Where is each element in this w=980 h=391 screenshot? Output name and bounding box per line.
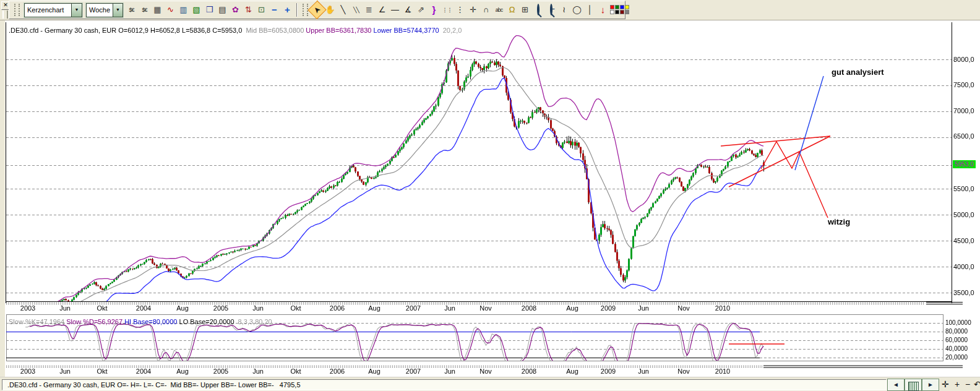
time-axis-label: Jun — [638, 304, 649, 312]
currency-scale-icon[interactable]: $€ — [138, 3, 151, 17]
time-axis-label: 2004 — [136, 304, 151, 312]
statistics-chart-icon[interactable]: ▥ — [177, 3, 190, 17]
horizontal-line-tool-icon[interactable]: — — [389, 3, 402, 17]
calculator-icon[interactable]: ⊞ — [518, 3, 531, 17]
print-icon[interactable]: ▤ — [216, 3, 229, 17]
time-axis-label: Nov — [677, 304, 690, 312]
time-axis-label: Jun — [252, 304, 264, 312]
time-axis-label: Jun — [444, 367, 455, 375]
ellipse-tool-icon[interactable]: ◯ — [570, 3, 583, 17]
color-grid-icon[interactable] — [609, 3, 622, 17]
title-segment: Slow %K=47,1964 — [9, 318, 66, 325]
last-price-tag: 5953,0 — [953, 160, 976, 168]
time-axis-label: Aug — [176, 367, 189, 375]
time-axis-label: Jun — [252, 367, 264, 375]
color-format-icon[interactable]: ✿ — [229, 3, 242, 17]
status-text: .DE30.cfd - Germany 30 cash, EUR O=- H=-… — [2, 379, 887, 390]
bar-spacing-button[interactable] — [905, 379, 922, 391]
stochastic-axis-label: 40,0000 — [945, 345, 968, 352]
fibonacci-tool-icon[interactable]: } — [428, 3, 441, 17]
time-axis-label: 2004 — [136, 367, 151, 375]
chart-type-dropdown[interactable]: Kerzenchart ▼ — [24, 3, 82, 17]
time-axis-label: 2003 — [20, 367, 35, 375]
title-segment: 8,3,3,80,20 — [236, 318, 272, 325]
toolbar: ✕ Kerzenchart ▼ Woche ▼ $€$€▦∿▥▧❒▤✿⇅⊡−+ … — [0, 0, 980, 20]
stochastic-axis-label: 100,0000 — [945, 319, 971, 326]
separator-tool-icon[interactable]: │ — [583, 3, 596, 17]
monitor-icon[interactable]: ⊡ — [255, 3, 268, 17]
undo-icon[interactable]: ↶ — [974, 379, 980, 390]
annotation-witzig[interactable]: witzig — [828, 217, 850, 226]
arc-tool-icon[interactable]: ∩ — [479, 3, 492, 17]
time-axis-label: Aug — [368, 367, 380, 375]
toolbar-grip[interactable] — [14, 4, 20, 16]
chevron-down-icon[interactable]: ▼ — [113, 4, 123, 17]
chevron-down-icon[interactable]: ▼ — [71, 4, 82, 17]
price-axis-label: 4500,0 — [953, 237, 974, 244]
time-axis-label: 2005 — [213, 304, 228, 312]
hand-tool-icon[interactable]: ✋ — [324, 3, 337, 17]
pointer-levels-tool-icon[interactable]: ⇗ — [415, 3, 428, 17]
chart-image-icon[interactable]: ▧ — [190, 3, 203, 17]
chart-alerts-icon[interactable]: ⇅ — [242, 3, 255, 17]
arrow-down-icon[interactable]: ↓ — [596, 3, 609, 17]
title-segment: .DE30.cfd - Germany 30 cash, EUR O=6012,… — [9, 27, 246, 34]
fan-lines-tool-icon[interactable]: ∠ — [376, 3, 389, 17]
price-axis-label: 6500,0 — [953, 132, 974, 140]
time-axis-label: Okt — [97, 304, 107, 312]
parallel-lines-tool-icon[interactable]: ╲╲ — [350, 3, 363, 17]
time-axis-label: 2006 — [330, 304, 345, 312]
status-bar: .DE30.cfd - Germany 30 cash, EUR O=- H=-… — [0, 377, 980, 391]
time-axis-label: Aug — [566, 367, 578, 375]
toolbar-separator — [296, 3, 298, 17]
gann-fan-tool-icon[interactable]: ∡ — [402, 3, 415, 17]
price-scale-icon[interactable]: $€ — [125, 3, 138, 17]
scroll-left-button[interactable]: ◄ — [887, 379, 905, 391]
time-axis-label: Nov — [677, 367, 690, 375]
remove-object-icon[interactable]: − — [268, 3, 281, 17]
vertical-grid-tool-icon[interactable]: ⋮⋮ — [441, 3, 453, 17]
price-axis-label: 3500,0 — [953, 289, 974, 296]
chart-title: .DE30.cfd - Germany 30 cash, EUR O=6012,… — [9, 24, 462, 35]
period-value: Woche — [87, 6, 113, 14]
freehand-tool-icon[interactable]: ≀ — [557, 3, 570, 17]
workbook-icon[interactable]: ❒ — [203, 3, 216, 17]
price-axis-label: 8000,0 — [953, 56, 974, 63]
price-axis-label: 7500,0 — [953, 81, 974, 88]
grid-lines-tool-icon[interactable]: ≣ — [363, 3, 376, 17]
time-axis-label: 2010 — [715, 304, 730, 312]
toolbar-grip-handle[interactable] — [2, 11, 8, 19]
grid-settings-icon[interactable]: ▦ — [151, 3, 164, 17]
price-axis-label: 5000,0 — [953, 211, 974, 218]
pan-icon[interactable]: ✛ — [942, 379, 949, 390]
add-object-icon[interactable]: + — [281, 3, 294, 17]
price-axis-label: 4000,0 — [953, 263, 974, 270]
zoom-in-small-icon[interactable]: + — [955, 379, 960, 390]
stochastic-axis-label: 60,0000 — [945, 337, 968, 343]
title-segment: HI Base=80,0000 — [124, 318, 179, 325]
vertical-lines-tool-icon[interactable]: ⋮ — [453, 3, 466, 17]
title-segment: Mid BB=6053,0800 — [246, 27, 306, 34]
trendline-tool-icon[interactable]: ╲ — [337, 3, 350, 17]
stochastic-axis-label: 80,0000 — [945, 328, 968, 335]
period-dropdown[interactable]: Woche ▼ — [86, 3, 123, 17]
time-axis-label: Okt — [97, 367, 107, 375]
time-axis-label: 2008 — [522, 367, 536, 375]
annotation-gut-analysiert[interactable]: gut analysiert — [832, 67, 884, 77]
time-axis-label: Jun — [59, 367, 71, 375]
time-axis-label: Aug — [368, 304, 380, 312]
time-axis-label: 2007 — [406, 367, 421, 375]
indicators-icon[interactable]: ∿ — [164, 3, 177, 17]
alert-bell-icon[interactable]: Ω — [505, 3, 518, 17]
zoom-out-icon[interactable] — [544, 3, 557, 17]
title-segment: Lower BB=5744,3770 — [374, 27, 441, 34]
zoom-out-small-icon[interactable]: − — [965, 379, 970, 390]
time-axis-label: Aug — [566, 304, 578, 312]
crosshair-tool-icon[interactable]: ✛ — [466, 3, 479, 17]
chart-canvas[interactable] — [0, 0, 980, 391]
time-axis-label: 2006 — [330, 367, 345, 375]
zoom-in-icon[interactable] — [531, 3, 544, 17]
text-tool-icon[interactable]: abc — [492, 3, 505, 17]
scroll-right-button[interactable]: ► — [922, 379, 939, 391]
time-axis-label: Nov — [479, 304, 492, 312]
